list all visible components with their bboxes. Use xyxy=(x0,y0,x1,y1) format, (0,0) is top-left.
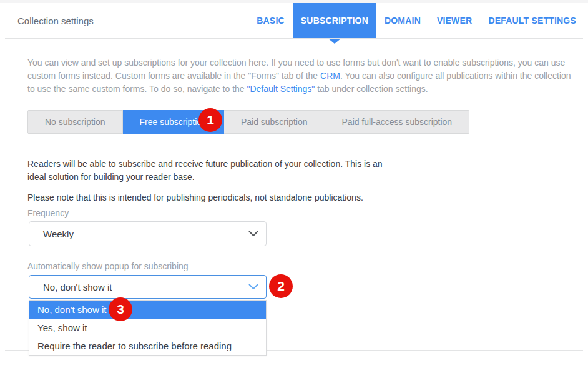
frequency-value: Weekly xyxy=(29,229,240,239)
plan-tab-no-subscription[interactable]: No subscription xyxy=(28,111,123,133)
periodicals-note: Please note that this is intended for pu… xyxy=(27,191,464,204)
header: Collection settings BASIC SUBSCRIPTION D… xyxy=(0,3,588,38)
frequency-select[interactable]: Weekly xyxy=(29,221,267,246)
tab-viewer[interactable]: VIEWER xyxy=(429,3,480,38)
subscription-type-tabs: No subscription Free subscription Paid s… xyxy=(27,110,469,134)
chevron-down-icon xyxy=(248,231,258,237)
free-subscription-description: Readers will be able to subscribe and re… xyxy=(27,158,402,184)
collection-settings-page: Collection settings BASIC SUBSCRIPTION D… xyxy=(0,0,588,365)
step-3-badge: 3 xyxy=(109,298,132,321)
header-divider xyxy=(5,38,583,39)
popup-label: Automatically show popup for subscribing xyxy=(27,261,189,271)
chevron-down-icon xyxy=(248,284,258,290)
tab-basic[interactable]: BASIC xyxy=(248,3,293,38)
intro-text: You can view and set up subscriptions fo… xyxy=(27,56,573,96)
frequency-label: Frequency xyxy=(27,208,69,218)
dropdown-option-yes-show[interactable]: Yes, show it xyxy=(29,319,266,337)
popup-value: No, don't show it xyxy=(29,282,240,292)
step-1-badge: 1 xyxy=(198,108,222,132)
nav-tabs: BASIC SUBSCRIPTION DOMAIN VIEWER DEFAULT… xyxy=(248,3,584,38)
default-settings-link[interactable]: "Default Settings" xyxy=(247,84,315,94)
popup-select[interactable]: No, don't show it xyxy=(29,275,267,299)
intro-part-3: tab under collection settings. xyxy=(315,84,428,94)
tab-subscription[interactable]: SUBSCRIPTION xyxy=(293,3,376,38)
popup-caret-zone[interactable] xyxy=(240,276,266,298)
dropdown-option-require-subscribe[interactable]: Require the reader to subscribe before r… xyxy=(29,337,266,355)
frequency-caret-zone[interactable] xyxy=(240,222,266,246)
plan-tab-paid-full-access-subscription[interactable]: Paid full-access subscription xyxy=(325,111,469,133)
popup-options-list: No, don't show it Yes, show it Require t… xyxy=(29,300,267,356)
page-title: Collection settings xyxy=(17,16,94,26)
dropdown-option-no-dont-show[interactable]: No, don't show it xyxy=(29,301,266,319)
crm-link[interactable]: CRM xyxy=(320,71,340,81)
step-2-badge: 2 xyxy=(269,274,293,298)
tab-domain[interactable]: DOMAIN xyxy=(376,3,429,38)
plan-tab-paid-subscription[interactable]: Paid subscription xyxy=(224,111,325,133)
tab-default-settings[interactable]: DEFAULT SETTINGS xyxy=(480,3,584,38)
